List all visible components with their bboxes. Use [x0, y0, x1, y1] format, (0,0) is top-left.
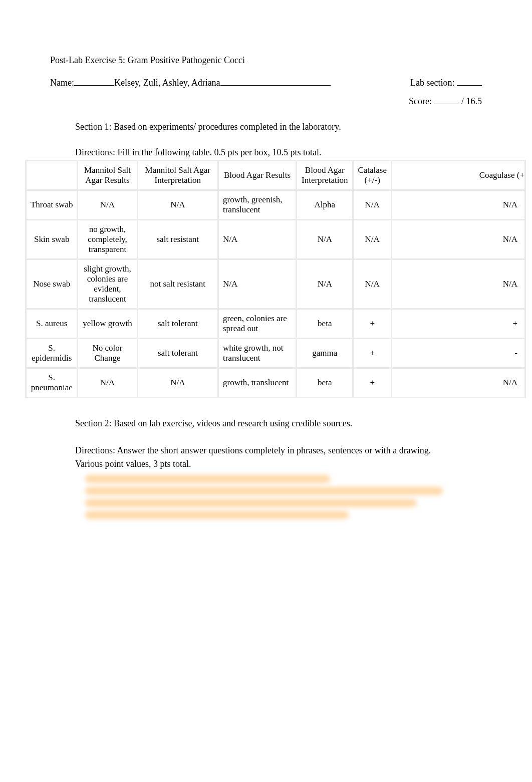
page-title: Post-Lab Exercise 5: Gram Positive Patho…	[50, 55, 482, 66]
catalase-cell: N/A	[354, 260, 390, 308]
catalase-cell: N/A	[354, 191, 390, 219]
header-msa-results: Mannitol Salt Agar Results	[78, 161, 136, 189]
name-line: Name: Kelsey, Zuli, Ashley, Adriana Lab …	[50, 78, 482, 88]
msa-interpretation-cell: salt tolerant	[138, 339, 217, 367]
coagulase-cell: N/A	[392, 220, 524, 258]
row-label: Nose swab	[27, 260, 77, 308]
msa-results-cell: no growth, completely, transparent	[78, 220, 136, 258]
blurred-line	[85, 487, 443, 495]
blurred-line	[85, 499, 417, 507]
student-names: Kelsey, Zuli, Ashley, Adriana	[114, 78, 220, 88]
table-row: S. pneumoniaeN/AN/Agrowth, translucentbe…	[27, 369, 524, 397]
ba-interpretation-cell: N/A	[297, 220, 352, 258]
ba-interpretation-cell: Alpha	[297, 191, 352, 219]
msa-interpretation-cell: not salt resistant	[138, 260, 217, 308]
catalase-cell: +	[354, 310, 390, 338]
score-line: Score: / 16.5	[50, 96, 482, 107]
table-row: S. aureusyellow growthsalt tolerantgreen…	[27, 310, 524, 338]
ba-results-cell: white growth, not translucent	[219, 339, 296, 367]
lab-section-label: Lab section:	[410, 78, 457, 88]
directions-2: Directions: Answer the short answer ques…	[75, 444, 482, 471]
name-blank-before	[74, 85, 114, 86]
ba-results-cell: green, colonies are spread out	[219, 310, 296, 338]
table-header-row: Mannitol Salt Agar Results Mannitol Salt…	[27, 161, 524, 189]
msa-results-cell: N/A	[78, 369, 136, 397]
header-blank	[27, 161, 77, 189]
ba-interpretation-cell: N/A	[297, 260, 352, 308]
msa-interpretation-cell: N/A	[138, 369, 217, 397]
table-row: Nose swabslight growth, colonies are evi…	[27, 260, 524, 308]
catalase-cell: +	[354, 339, 390, 367]
row-label: S. pneumoniae	[27, 369, 77, 397]
row-label: Skin swab	[27, 220, 77, 258]
coagulase-cell: N/A	[392, 369, 524, 397]
coagulase-cell: N/A	[392, 260, 524, 308]
catalase-cell: +	[354, 369, 390, 397]
msa-interpretation-cell: salt tolerant	[138, 310, 217, 338]
blurred-line	[85, 475, 330, 483]
msa-results-cell: No color Change	[78, 339, 136, 367]
ba-interpretation-cell: gamma	[297, 339, 352, 367]
header-ba-results: Blood Agar Results	[219, 161, 296, 189]
ba-results-cell: N/A	[219, 260, 296, 308]
table-row: Skin swabno growth, completely, transpar…	[27, 220, 524, 258]
header-msa-interpretation: Mannitol Salt Agar Interpretation	[138, 161, 217, 189]
msa-results-cell: slight growth, colonies are evident, tra…	[78, 260, 136, 308]
header-ba-interpretation: Blood Agar Interpretation	[297, 161, 352, 189]
msa-interpretation-cell: salt resistant	[138, 220, 217, 258]
ba-results-cell: growth, translucent	[219, 369, 296, 397]
score-blank	[434, 104, 459, 104]
coagulase-cell: N/A	[392, 191, 524, 219]
row-label: S. epidermidis	[27, 339, 77, 367]
name-blank-after	[220, 85, 331, 86]
results-table: Mannitol Salt Agar Results Mannitol Salt…	[25, 160, 526, 398]
coagulase-cell: -	[392, 339, 524, 367]
ba-interpretation-cell: beta	[297, 310, 352, 338]
row-label: S. aureus	[27, 310, 77, 338]
msa-results-cell: yellow growth	[78, 310, 136, 338]
msa-results-cell: N/A	[78, 191, 136, 219]
header-catalase: Catalase (+/-)	[354, 161, 390, 189]
results-table-container: Mannitol Salt Agar Results Mannitol Salt…	[25, 160, 507, 398]
table-row: S. epidermidisNo color Changesalt tolera…	[27, 339, 524, 367]
ba-results-cell: growth, greenish, translucent	[219, 191, 296, 219]
catalase-cell: N/A	[354, 220, 390, 258]
blurred-answer-block	[85, 475, 482, 519]
name-label: Name:	[50, 78, 74, 88]
header-coagulase: Coagulase (+	[392, 161, 524, 189]
msa-interpretation-cell: N/A	[138, 191, 217, 219]
score-label: Score:	[409, 96, 434, 106]
section-2-heading: Section 2: Based on lab exercise, videos…	[75, 418, 482, 429]
row-label: Throat swab	[27, 191, 77, 219]
table-row: Throat swabN/AN/Agrowth, greenish, trans…	[27, 191, 524, 219]
lab-section-blank	[457, 85, 482, 86]
ba-results-cell: N/A	[219, 220, 296, 258]
coagulase-cell: +	[392, 310, 524, 338]
section-1-heading: Section 1: Based on experiments/ procedu…	[75, 122, 482, 132]
ba-interpretation-cell: beta	[297, 369, 352, 397]
directions-1: Directions: Fill in the following table.…	[75, 147, 482, 158]
score-total: / 16.5	[461, 96, 482, 106]
blurred-line	[85, 511, 349, 519]
